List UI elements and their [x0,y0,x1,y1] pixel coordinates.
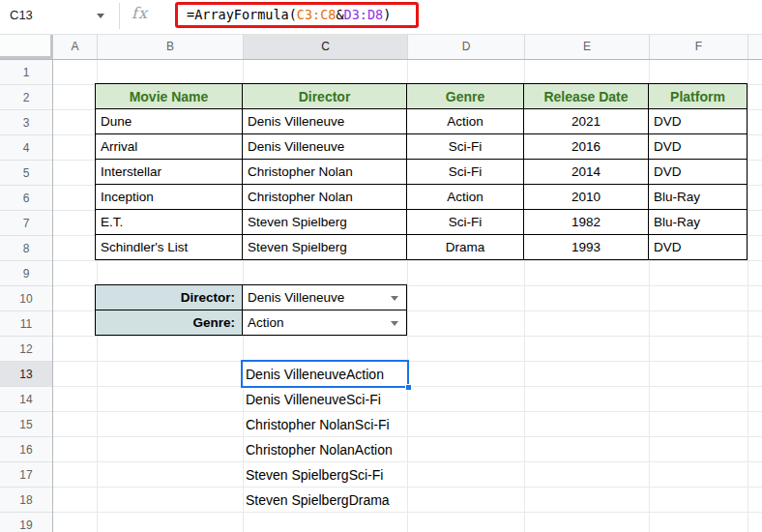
row-header-12[interactable]: 12 [0,337,52,362]
cell-movie-name[interactable]: Arrival [96,134,243,160]
genre-dropdown-value: Action [248,315,284,330]
chevron-down-icon[interactable] [97,14,104,18]
movie-table-header-cell[interactable]: Movie Name [96,84,243,109]
table-row: Inception Christopher Nolan Action 2010 … [96,185,747,210]
cell-movie-name[interactable]: Dune [96,109,243,134]
row-header-bar: 1 2 3 4 5 6 7 8 9 10 11 12 13 14 15 16 1… [0,60,53,532]
genre-filter-label: Genre: [96,310,243,336]
row-header-18[interactable]: 18 [0,488,52,513]
movie-table-header-cell[interactable]: Platform [649,84,747,109]
row-header-10[interactable]: 10 [0,286,52,311]
result-cell-c17[interactable]: Steven SpielbergSci-Fi [243,462,436,488]
row-header-11[interactable]: 11 [0,311,52,337]
result-cell-c18[interactable]: Steven SpielbergDrama [243,488,436,513]
cell-release-date[interactable]: 1993 [524,235,649,260]
column-header-g-sliver[interactable] [747,35,762,59]
cell-release-date[interactable]: 1982 [524,210,649,235]
cell-platform[interactable]: DVD [649,235,747,260]
cell-platform[interactable]: DVD [649,134,747,160]
genre-dropdown[interactable]: Action [243,310,407,336]
row-header-16[interactable]: 16 [0,437,52,462]
row-header-14[interactable]: 14 [0,387,52,412]
cell-movie-name[interactable]: Schindler's List [96,235,243,260]
cell-genre[interactable]: Sci-Fi [407,134,524,160]
column-header-b[interactable]: B [97,35,243,59]
formula-token: =ArrayFormula( [187,7,297,22]
select-all-corner[interactable] [0,35,53,59]
movie-table-header-row: Movie Name Director Genre Release Date P… [96,84,747,109]
row-header-2[interactable]: 2 [0,85,52,110]
filter-row-genre: Genre: Action [96,310,407,336]
cell-movie-name[interactable]: Interstellar [96,160,243,185]
fx-icon: fx [132,4,148,22]
cell-platform[interactable]: Blu-Ray [649,185,747,210]
result-cell-c15[interactable]: Christopher NolanSci-Fi [243,412,436,437]
row-header-5[interactable]: 5 [0,161,52,186]
formula-highlight-box: =ArrayFormula(C3:C8&D3:D8) [175,2,419,28]
row-header-4[interactable]: 4 [0,135,52,161]
formula-token: ) [383,7,391,22]
formula-token: & [336,7,343,22]
column-header-c[interactable]: C [243,35,407,59]
table-row: Arrival Denis Villeneuve Sci-Fi 2016 DVD [96,134,747,160]
column-header-f[interactable]: F [649,35,747,59]
cell-genre[interactable]: Sci-Fi [407,210,524,235]
table-row: Dune Denis Villeneuve Action 2021 DVD [96,109,747,134]
row-header-19[interactable]: 19 [0,513,52,532]
row-header-3[interactable]: 3 [0,110,52,135]
cell-genre[interactable]: Action [407,109,524,134]
row-header-7[interactable]: 7 [0,211,52,236]
dropdown-arrow-icon[interactable] [391,296,398,301]
row-header-9[interactable]: 9 [0,261,52,286]
director-dropdown[interactable]: Denis Villeneuve [243,285,407,310]
toolbar-divider [119,3,120,29]
cell-director[interactable]: Denis Villeneuve [243,134,407,160]
movie-table-header-cell[interactable]: Release Date [524,84,649,109]
formula-range-token-1: C3:C8 [297,7,337,22]
column-header-d[interactable]: D [407,35,524,59]
name-box[interactable]: C13 [0,0,118,34]
cell-release-date[interactable]: 2016 [524,134,649,160]
table-row: E.T. Steven Spielberg Sci-Fi 1982 Blu-Ra… [96,210,747,235]
table-row: Interstellar Christopher Nolan Sci-Fi 20… [96,160,747,185]
director-dropdown-value: Denis Villeneuve [248,290,344,305]
filter-block: Director: Denis Villeneuve Genre: Action [95,284,407,336]
gridline-vertical [747,60,748,532]
row-header-15[interactable]: 15 [0,412,52,437]
spreadsheet-app: C13 fx =ArrayFormula(C3:C8&D3:D8) A B C … [0,0,762,532]
name-box-value: C13 [10,0,33,31]
row-header-1[interactable]: 1 [0,60,52,85]
formula-toolbar: C13 fx =ArrayFormula(C3:C8&D3:D8) [0,0,762,34]
cell-release-date[interactable]: 2010 [524,185,649,210]
column-header-e[interactable]: E [524,35,649,59]
movie-table-header-cell[interactable]: Director [243,84,407,109]
cell-release-date[interactable]: 2014 [524,160,649,185]
formula-input[interactable]: =ArrayFormula(C3:C8&D3:D8) [187,5,391,25]
cell-genre[interactable]: Drama [407,235,524,260]
cell-movie-name[interactable]: E.T. [96,210,243,235]
cell-genre[interactable]: Sci-Fi [407,160,524,185]
result-cell-c16[interactable]: Christopher NolanAction [243,437,436,462]
row-header-13[interactable]: 13 [0,362,52,387]
row-header-8[interactable]: 8 [0,236,52,261]
cell-director[interactable]: Christopher Nolan [243,185,407,210]
cell-movie-name[interactable]: Inception [96,185,243,210]
cell-release-date[interactable]: 2021 [524,109,649,134]
column-header-a[interactable]: A [53,35,97,59]
dropdown-arrow-icon[interactable] [391,321,398,326]
column-header-bar: A B C D E F [0,34,762,60]
cell-platform[interactable]: DVD [649,109,747,134]
row-header-6[interactable]: 6 [0,186,52,211]
row-header-17[interactable]: 17 [0,462,52,488]
sheet-grid: 1 2 3 4 5 6 7 8 9 10 11 12 13 14 15 16 1… [0,60,762,532]
cell-genre[interactable]: Action [407,185,524,210]
cell-platform[interactable]: Blu-Ray [649,210,747,235]
fill-handle[interactable] [405,384,412,391]
formula-range-token-2: D3:D8 [344,7,384,22]
cell-director[interactable]: Steven Spielberg [243,235,407,260]
cell-director[interactable]: Denis Villeneuve [243,109,407,134]
cell-director[interactable]: Christopher Nolan [243,160,407,185]
cell-director[interactable]: Steven Spielberg [243,210,407,235]
movie-table-header-cell[interactable]: Genre [407,84,524,109]
cell-platform[interactable]: DVD [649,160,747,185]
